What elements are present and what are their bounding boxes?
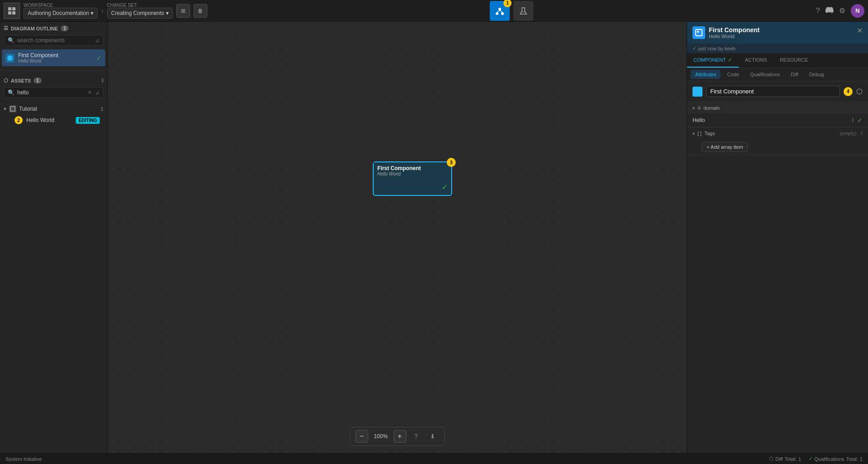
- assets-search-clear[interactable]: ✕: [88, 89, 92, 96]
- status-qualifications: ✓ Qualifications Total: 1: [809, 456, 863, 462]
- svg-line-8: [500, 10, 502, 12]
- node-header: First Component Hello World: [374, 162, 451, 179]
- tags-section-header[interactable]: ▾ [ ] Tags (empty) I: [687, 127, 868, 139]
- sidebar-divider: [0, 70, 107, 70]
- filter-icon[interactable]: ⊿: [95, 37, 99, 44]
- add-array-row: + Add array item: [687, 139, 868, 155]
- hello-field-row: I ✓: [687, 114, 868, 127]
- top-bar-right: ? ⚙ N: [816, 4, 864, 18]
- svg-rect-3: [12, 11, 15, 15]
- add-array-btn[interactable]: + Add array item: [702, 142, 748, 152]
- panel-meta: ✓ just now by keeb: [687, 44, 868, 53]
- name-step-badge: 4: [844, 87, 853, 96]
- attributes-panel: 4 ⬡ ▾ ≡ domain I ✓ ▾ [ ] T: [687, 81, 868, 453]
- assets-search-icon: 🔍: [8, 89, 15, 96]
- chevron-down-icon: ▾: [692, 106, 695, 111]
- status-right: ⬡ Diff Total: 1 ✓ Qualifications Total: …: [769, 456, 863, 462]
- changeset-action-btn-1[interactable]: ⊞: [176, 4, 190, 18]
- tutorial-group: ▾ Tutorial 1 2 Hello World EDITING: [0, 102, 107, 128]
- attr-name-row: 4 ⬡: [687, 81, 868, 102]
- zoom-bar: − 100% + ? ⬇: [350, 427, 445, 446]
- tags-section: ▾ [ ] Tags (empty) I + Add array item: [687, 127, 868, 155]
- assets-header: ⬡ ASSETS 1 ℹ: [0, 74, 107, 87]
- svg-rect-1: [12, 7, 15, 10]
- editing-badge: EDITING: [76, 117, 100, 124]
- search-icon: 🔍: [8, 37, 15, 44]
- assets-search-box[interactable]: 🔍 ✕ ⊿: [4, 87, 103, 98]
- search-components-input[interactable]: [17, 37, 92, 44]
- zoom-help-btn[interactable]: ?: [410, 430, 423, 443]
- avatar[interactable]: N: [851, 4, 864, 18]
- canvas[interactable]: 3 First Component Hello World ✓ − 100% +…: [107, 22, 687, 453]
- top-bar-center: 1: [211, 1, 812, 21]
- search-components-box[interactable]: 🔍 ⊿: [4, 35, 103, 46]
- svg-point-6: [501, 12, 504, 15]
- left-sidebar: ☰ DIAGRAM OUTLINE 1 🔍 ⊿ First Component …: [0, 22, 107, 453]
- diagram-btn[interactable]: 1: [490, 1, 510, 21]
- assets-search-input[interactable]: [17, 89, 85, 96]
- component-tab-check: ✓: [728, 57, 732, 63]
- svg-rect-2: [8, 11, 11, 15]
- tab-resource[interactable]: RESOURCE: [773, 53, 814, 68]
- zoom-out-btn[interactable]: −: [356, 430, 368, 443]
- changeset-action-btn-2[interactable]: 🗑: [194, 4, 207, 18]
- breadcrumb-arrow: ›: [101, 7, 103, 15]
- node-check-icon: ✓: [442, 183, 448, 191]
- panel-header: First Component Hello World ✕: [687, 22, 868, 44]
- panel-close-icon[interactable]: ✕: [857, 26, 863, 35]
- node-body: ✓: [374, 179, 451, 195]
- subtab-qualifications[interactable]: Qualifications: [746, 70, 785, 79]
- status-diff: ⬡ Diff Total: 1: [769, 456, 801, 462]
- svg-point-4: [498, 8, 501, 10]
- zoom-in-btn[interactable]: +: [394, 430, 406, 443]
- subtab-code[interactable]: Code: [722, 70, 743, 79]
- assets-filter-icon[interactable]: ⊿: [95, 89, 99, 96]
- main-layout: ☰ DIAGRAM OUTLINE 1 🔍 ⊿ First Component …: [0, 22, 868, 453]
- node-step-badge: 3: [447, 158, 456, 167]
- asset-item-hello-world[interactable]: 2 Hello World EDITING: [4, 114, 103, 126]
- help-icon[interactable]: ?: [816, 7, 820, 15]
- asset-step-badge: 2: [15, 116, 23, 124]
- hello-value-input[interactable]: [692, 117, 848, 123]
- tutorial-icon: [9, 105, 16, 112]
- tutorial-header[interactable]: ▾ Tutorial 1: [4, 103, 103, 114]
- lab-btn[interactable]: [513, 1, 533, 21]
- component-node[interactable]: 3 First Component Hello World ✓: [373, 161, 452, 196]
- zoom-download-btn[interactable]: ⬇: [426, 430, 439, 443]
- subtab-diff[interactable]: Diff: [786, 70, 803, 79]
- top-bar: WORKSPACE: Authoring Documentation ▾ › C…: [0, 0, 868, 22]
- status-system: System Initiative: [5, 456, 42, 462]
- svg-rect-11: [10, 107, 15, 111]
- field-check-icon: ✓: [857, 117, 863, 124]
- tags-edit-icon[interactable]: I: [861, 130, 863, 137]
- assets-info-icon[interactable]: ℹ: [102, 78, 103, 83]
- domain-section: ▾ ≡ domain I ✓: [687, 102, 868, 127]
- workspace-dropdown[interactable]: Authoring Documentation ▾: [24, 8, 98, 19]
- subtab-attributes[interactable]: Attributes: [691, 70, 721, 79]
- svg-rect-0: [8, 7, 11, 10]
- check-icon-small: ✓: [692, 45, 697, 51]
- domain-section-header[interactable]: ▾ ≡ domain: [687, 102, 868, 114]
- svg-line-7: [497, 10, 500, 12]
- chevron-down-icon: ▾: [4, 106, 6, 112]
- sidebar-component-item[interactable]: First Component Hello World ✓: [2, 49, 105, 66]
- svg-rect-13: [697, 31, 699, 33]
- zoom-level: 100%: [372, 433, 390, 440]
- cube-icon[interactable]: ⬡: [856, 87, 863, 96]
- settings-icon[interactable]: ⚙: [839, 6, 845, 15]
- panel-tabs: COMPONENT ✓ ACTIONS RESOURCE: [687, 53, 868, 68]
- discord-icon[interactable]: [825, 6, 834, 16]
- color-swatch[interactable]: [692, 87, 702, 97]
- tab-component[interactable]: COMPONENT ✓: [687, 53, 739, 68]
- component-name-input[interactable]: [706, 86, 840, 97]
- changeset-label: CHANGE SET:: [107, 3, 173, 8]
- right-panel: First Component Hello World ✕ ✓ just now…: [687, 22, 868, 453]
- panel-header-actions: ✕: [857, 26, 863, 35]
- subtab-debug[interactable]: Debug: [805, 70, 828, 79]
- cursor-icon: I: [852, 117, 853, 123]
- tab-actions[interactable]: ACTIONS: [739, 53, 774, 68]
- changeset-dropdown[interactable]: Creating Components ▾: [107, 8, 173, 19]
- panel-header-icon: [692, 26, 705, 39]
- component-icon: [5, 54, 15, 63]
- diagram-badge: 1: [503, 0, 512, 7]
